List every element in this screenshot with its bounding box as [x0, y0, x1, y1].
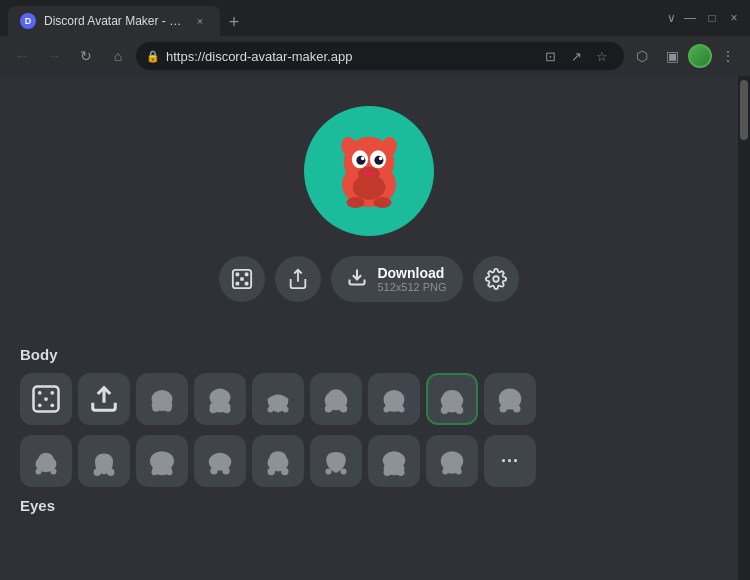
- svg-point-12: [353, 175, 385, 200]
- body-section-label: Body: [20, 346, 718, 363]
- body-silhouette-13: [321, 446, 351, 476]
- sidebar-button[interactable]: ▣: [658, 42, 686, 70]
- more-dots: ···: [501, 451, 519, 472]
- svg-point-27: [44, 397, 48, 401]
- bookmark-icon[interactable]: ☆: [590, 44, 614, 68]
- svg-point-47: [384, 407, 390, 413]
- scrollbar-thumb[interactable]: [740, 80, 748, 140]
- menu-button[interactable]: ⋮: [714, 42, 742, 70]
- dice-icon: [231, 268, 253, 290]
- svg-point-59: [36, 469, 42, 475]
- address-text: https://discord-avatar-maker.app: [166, 49, 532, 64]
- avatar-preview-section: Download 512x512 PNG: [0, 76, 738, 346]
- body-item-13[interactable]: [310, 435, 362, 487]
- body-silhouette-12: [263, 446, 293, 476]
- svg-point-48: [399, 407, 405, 413]
- body-items-row1: [20, 373, 718, 425]
- new-tab-button[interactable]: +: [220, 8, 248, 36]
- refresh-button[interactable]: ↻: [72, 42, 100, 70]
- svg-point-56: [513, 405, 521, 413]
- close-button[interactable]: ×: [726, 10, 742, 26]
- svg-point-69: [222, 467, 230, 475]
- body-silhouette-2: [205, 384, 235, 414]
- body-section: Body: [0, 346, 738, 514]
- body-silhouette-14: [379, 446, 409, 476]
- avatar-preview-circle: [304, 106, 434, 236]
- svg-point-33: [152, 404, 160, 412]
- svg-point-66: [167, 469, 173, 475]
- body-upload-button[interactable]: [78, 373, 130, 425]
- body-item-7[interactable]: [484, 373, 536, 425]
- body-more-button[interactable]: ···: [484, 435, 536, 487]
- back-button[interactable]: ←: [8, 42, 36, 70]
- home-button[interactable]: ⌂: [104, 42, 132, 70]
- svg-point-42: [325, 405, 333, 413]
- svg-point-82: [442, 469, 448, 475]
- svg-point-51: [441, 407, 449, 415]
- settings-button[interactable]: [473, 256, 519, 302]
- svg-point-72: [268, 468, 276, 476]
- active-tab[interactable]: D Discord Avatar Maker - Create yo ×: [8, 6, 220, 36]
- tab-close-button[interactable]: ×: [192, 13, 208, 29]
- svg-rect-19: [236, 282, 240, 286]
- cast-icon[interactable]: ⊡: [538, 44, 562, 68]
- extensions-button[interactable]: ⬡: [628, 42, 656, 70]
- body-silhouette-15: [437, 446, 467, 476]
- body-item-14[interactable]: [368, 435, 420, 487]
- svg-point-5: [374, 156, 383, 165]
- body-item-5[interactable]: [368, 373, 420, 425]
- body-item-15[interactable]: [426, 435, 478, 487]
- minimize-button[interactable]: —: [682, 10, 698, 26]
- body-item-10[interactable]: [136, 435, 188, 487]
- share-address-icon[interactable]: ↗: [564, 44, 588, 68]
- body-item-4[interactable]: [310, 373, 362, 425]
- share-button[interactable]: [275, 256, 321, 302]
- svg-point-14: [374, 197, 392, 208]
- body-randomize-button[interactable]: [20, 373, 72, 425]
- gear-icon: [485, 268, 507, 290]
- address-bar-row: ← → ↻ ⌂ 🔒 https://discord-avatar-maker.a…: [0, 36, 750, 76]
- profile-avatar[interactable]: [688, 44, 712, 68]
- eyes-section-label: Eyes: [20, 497, 718, 514]
- svg-point-61: [94, 469, 102, 477]
- title-bar: D Discord Avatar Maker - Create yo × + ∨…: [0, 0, 750, 36]
- body-item-9[interactable]: [78, 435, 130, 487]
- browser-chrome: D Discord Avatar Maker - Create yo × + ∨…: [0, 0, 750, 76]
- body-item-11[interactable]: [194, 435, 246, 487]
- body-item-12[interactable]: [252, 435, 304, 487]
- svg-point-73: [281, 468, 289, 476]
- forward-button[interactable]: →: [40, 42, 68, 70]
- body-silhouette-10: [147, 446, 177, 476]
- body-silhouette-7: [495, 384, 525, 414]
- body-item-6-selected[interactable]: [426, 373, 478, 425]
- svg-point-78: [384, 469, 392, 477]
- download-button[interactable]: Download 512x512 PNG: [331, 256, 462, 302]
- chevron-down-icon[interactable]: ∨: [667, 11, 676, 25]
- browser-toolbar-right: ⬡ ▣ ⋮: [628, 42, 742, 70]
- svg-point-40: [283, 407, 289, 413]
- upload-icon: [89, 384, 119, 414]
- svg-point-37: [210, 406, 218, 414]
- maximize-button[interactable]: □: [704, 10, 720, 26]
- body-item-8[interactable]: [20, 435, 72, 487]
- tab-title: Discord Avatar Maker - Create yo: [44, 14, 184, 28]
- address-field[interactable]: 🔒 https://discord-avatar-maker.app ⊡ ↗ ☆: [136, 42, 624, 70]
- body-dice-icon: [31, 384, 61, 414]
- svg-point-44: [329, 389, 344, 400]
- download-label: Download: [377, 265, 446, 282]
- body-item-2[interactable]: [194, 373, 246, 425]
- randomize-button[interactable]: [219, 256, 265, 302]
- svg-point-4: [356, 156, 365, 165]
- scrollbar-track[interactable]: [738, 76, 750, 580]
- svg-point-74: [326, 469, 332, 475]
- body-silhouette-3: [263, 384, 293, 414]
- svg-point-60: [51, 469, 57, 475]
- body-item-3[interactable]: [252, 373, 304, 425]
- lock-icon: 🔒: [146, 50, 160, 63]
- page-content: Download 512x512 PNG Body: [0, 76, 738, 580]
- discord-mascot-svg: [324, 126, 414, 216]
- body-silhouette-5: [379, 384, 409, 414]
- svg-point-71: [270, 451, 287, 463]
- body-item-1[interactable]: [136, 373, 188, 425]
- tab-bar: D Discord Avatar Maker - Create yo × +: [8, 0, 659, 36]
